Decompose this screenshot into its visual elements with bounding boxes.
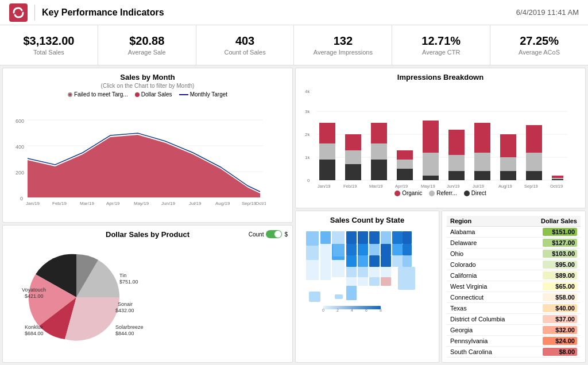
svg-rect-30 — [319, 143, 335, 160]
svg-text:0: 0 — [322, 308, 324, 312]
svg-text:Aug/19: Aug/19 — [215, 201, 230, 206]
svg-rect-31 — [319, 123, 335, 143]
svg-rect-88 — [358, 277, 368, 286]
sales-value-badge: $24.00 — [543, 337, 577, 345]
toggle-count-label: Count — [249, 231, 264, 238]
sales-chart-title: Sales by Month — [7, 73, 288, 81]
svg-rect-79 — [346, 244, 357, 255]
right-column: Impressions Breakdown 0 1k 2k 3k 4k — [295, 68, 586, 363]
svg-rect-81 — [346, 267, 357, 277]
svg-rect-83 — [346, 286, 357, 300]
direct-icon — [464, 191, 470, 196]
svg-text:Apr/19: Apr/19 — [395, 184, 408, 189]
svg-rect-33 — [345, 150, 361, 164]
region-sales-table: Region Dollar Sales Alabama $151.00 Dela… — [447, 216, 581, 358]
svg-rect-77 — [332, 260, 345, 277]
svg-text:400: 400 — [16, 144, 24, 150]
svg-text:Sep/19: Sep/19 — [242, 201, 257, 206]
kpi-item-0: $3,132.00 Total Sales — [0, 25, 98, 65]
svg-text:0: 0 — [307, 178, 310, 183]
svg-rect-35 — [371, 160, 387, 180]
kpi-value-4: 12.71% — [421, 34, 461, 48]
legend-referral-label: Referr... — [436, 190, 457, 196]
svg-rect-104 — [403, 255, 412, 267]
legend-target-label: Monthly Target — [190, 91, 227, 98]
kpi-item-5: 27.25% Average ACoS — [490, 25, 588, 65]
toggle-container[interactable]: Count $ — [249, 230, 288, 238]
region-name: Alabama — [447, 227, 525, 238]
svg-rect-82 — [346, 277, 357, 286]
svg-rect-44 — [448, 171, 465, 180]
failed-dot-icon — [68, 92, 72, 97]
map-panel: Sales Count by State — [295, 211, 439, 363]
svg-rect-113 — [309, 292, 320, 302]
pie-chart-svg[interactable]: Tin $751.00 Sonair $432.00 Solarbreeze $… — [7, 240, 191, 346]
pie-label-konklux: Konklux — [25, 324, 44, 330]
us-map-svg[interactable]: 0 2 4 6 8 — [300, 226, 432, 312]
region-sales: $32.00 — [525, 325, 581, 336]
legend-direct: Direct — [464, 190, 486, 196]
region-col-header: Region — [447, 216, 525, 227]
svg-rect-55 — [526, 125, 542, 153]
svg-rect-71 — [306, 260, 319, 280]
svg-text:Apr/19: Apr/19 — [106, 201, 120, 206]
kpi-value-3: 132 — [334, 34, 353, 48]
svg-rect-37 — [371, 123, 387, 143]
svg-rect-58 — [552, 176, 563, 178]
kpi-value-5: 27.25% — [520, 34, 559, 48]
legend-monthly-target: Monthly Target — [179, 91, 227, 98]
svg-rect-87 — [358, 267, 368, 277]
header: Key Performance Indicators 6/4/2019 11:4… — [0, 0, 588, 25]
region-name: Connecticut — [447, 292, 525, 303]
sales-chart-svg[interactable]: 0 200 400 600 Jan/19 Feb/19 Mar/19 Apr/1… — [7, 100, 266, 206]
svg-text:Feb/19: Feb/19 — [52, 201, 67, 206]
sales-value-badge: $58.00 — [543, 293, 577, 301]
header-datetime: 6/4/2019 11:41 AM — [516, 8, 579, 17]
header-divider — [34, 5, 35, 21]
table-row: Delaware $127.00 — [447, 238, 581, 248]
region-name: Pennsylvania — [447, 336, 525, 347]
sales-value-badge: $32.00 — [543, 326, 577, 334]
dollar-sales-dot-icon — [135, 92, 140, 97]
table-row: Connecticut $58.00 — [447, 292, 581, 303]
region-name: Georgia — [447, 325, 525, 336]
svg-rect-54 — [526, 153, 542, 171]
sales-value-badge: $40.00 — [543, 304, 577, 312]
svg-rect-103 — [403, 244, 412, 255]
svg-rect-78 — [346, 231, 357, 244]
svg-rect-92 — [369, 267, 380, 277]
impressions-chart-svg[interactable]: 0 1k 2k 3k 4k — [300, 83, 570, 189]
kpi-item-2: 403 Count of Sales — [196, 25, 295, 65]
svg-text:Jan/19: Jan/19 — [26, 201, 40, 206]
kpi-label-3: Average Impressions — [314, 49, 373, 56]
svg-rect-93 — [369, 277, 380, 286]
region-sales: $151.00 — [525, 227, 581, 238]
svg-text:May/19: May/19 — [421, 184, 435, 189]
referral-icon — [429, 191, 435, 196]
svg-text:Sep/19: Sep/19 — [524, 184, 538, 189]
svg-rect-97 — [381, 267, 391, 277]
svg-rect-70 — [306, 246, 319, 260]
svg-rect-40 — [397, 150, 413, 160]
pie-label-sonair: Sonair — [118, 301, 133, 307]
count-dollar-toggle[interactable] — [266, 230, 282, 238]
region-name: Texas — [447, 303, 525, 314]
region-name: Delaware — [447, 238, 525, 248]
sales-value-badge: $95.00 — [543, 261, 577, 269]
svg-text:Jul/19: Jul/19 — [189, 201, 202, 206]
svg-rect-75 — [332, 231, 345, 244]
svg-rect-73 — [320, 244, 331, 260]
sales-by-month-panel: Sales by Month (Click on the Chart to fi… — [2, 68, 293, 223]
svg-text:$432.00: $432.00 — [115, 308, 134, 313]
region-sales: $103.00 — [525, 248, 581, 259]
table-row: South Carolina $8.00 — [447, 347, 581, 358]
region-sales: $24.00 — [525, 336, 581, 347]
region-name: District of Columbia — [447, 314, 525, 325]
impressions-panel: Impressions Breakdown 0 1k 2k 3k 4k — [295, 68, 586, 208]
svg-text:3k: 3k — [305, 109, 310, 114]
svg-rect-39 — [397, 160, 413, 169]
main-content: Sales by Month (Click on the Chart to fi… — [0, 65, 588, 365]
svg-rect-45 — [448, 155, 465, 171]
svg-rect-43 — [423, 121, 439, 153]
region-name: Ohio — [447, 248, 525, 259]
